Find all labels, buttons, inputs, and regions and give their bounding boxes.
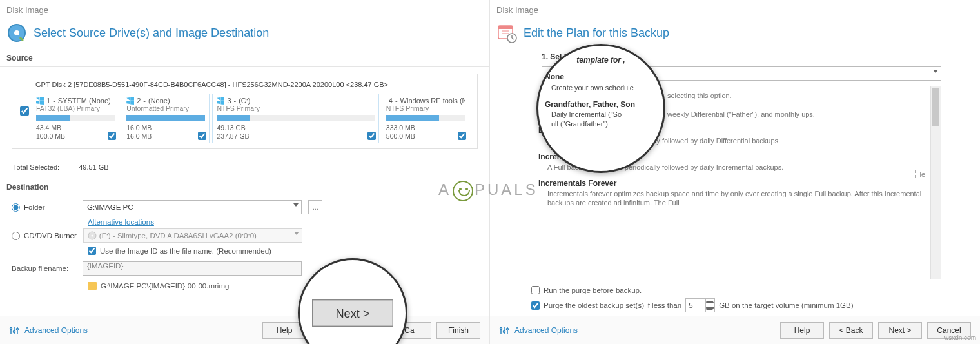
run-purge-checkbox[interactable]	[531, 286, 540, 294]
magnifier-template-dropdown: template for , None Create your own sche…	[536, 44, 665, 173]
partition-2[interactable]: 2 - (None) Unformatted Primary 16.0 MB16…	[122, 94, 210, 143]
total-selected-value: 49.51 GB	[79, 163, 108, 171]
advanced-options-link[interactable]: Advanced Options	[514, 326, 578, 335]
partition-3[interactable]: 3 - (C:) NTFS Primary 49.13 GB237.87 GB	[212, 94, 378, 143]
run-purge-label: Run the purge before backup.	[544, 287, 642, 294]
folder-path-combo[interactable]: G:\IMAGE PC	[83, 200, 302, 214]
spin-up[interactable]	[705, 299, 714, 305]
total-selected-label: Total Selected:	[13, 163, 59, 171]
partition-checkbox[interactable]	[368, 132, 376, 140]
burner-radio-label[interactable]: CD/DVD Burner	[12, 232, 77, 240]
svg-point-1	[14, 30, 19, 35]
svg-point-4	[91, 235, 93, 237]
sliders-icon	[9, 325, 19, 336]
plan-desc: weekly Differential ("Father"), and mont…	[667, 110, 932, 119]
mag-item-none: None	[545, 72, 657, 82]
svg-point-23	[507, 328, 509, 330]
partition-checkbox[interactable]	[108, 132, 116, 140]
scrollbar-thumb[interactable]	[932, 88, 939, 126]
folder-radio[interactable]	[12, 203, 20, 212]
svg-point-21	[500, 327, 502, 329]
disk-label: GPT Disk 2 [57DE08B5-D551-490F-84CD-B4B0…	[35, 81, 469, 88]
disc-icon	[88, 231, 97, 240]
browse-button[interactable]: ...	[308, 200, 322, 214]
spin-down[interactable]	[705, 305, 714, 312]
advanced-options-link[interactable]: Advanced Options	[24, 326, 88, 335]
scrollbar[interactable]	[930, 86, 941, 279]
page-title: Select Source Drive(s) and Image Destina…	[34, 26, 269, 40]
dotted-hint: le	[915, 170, 925, 178]
purge-oldest-label-b: GB on the target volume (minimum 1GB)	[719, 301, 853, 309]
purge-oldest-label-a: Purge the oldest backup set(s) if less t…	[544, 301, 681, 309]
help-button[interactable]: Help	[780, 322, 824, 339]
partition-checkbox[interactable]	[458, 132, 466, 140]
backup-filename-label: Backup filename:	[12, 265, 76, 272]
source-section-label: Source	[0, 50, 489, 67]
use-image-id-checkbox[interactable]	[88, 247, 96, 255]
window-title: Disk Image	[0, 0, 489, 20]
purge-oldest-checkbox[interactable]	[531, 301, 540, 310]
backup-filename-input: {IMAGEID}	[83, 261, 302, 276]
partition-4[interactable]: 4 - Windows RE tools (None) NTFS Primary…	[382, 94, 469, 143]
result-path: G:\IMAGE PC\{IMAGEID}-00-00.mrimg	[101, 282, 229, 290]
sliders-icon	[499, 325, 509, 336]
windows-icon	[126, 97, 134, 105]
page-title: Edit the Plan for this Backup	[524, 26, 669, 40]
purge-gb-spinner[interactable]: 5	[685, 298, 715, 312]
chevron-down-icon	[293, 203, 299, 207]
disk-checkbox[interactable]	[20, 106, 29, 116]
folder-radio-label[interactable]: Folder	[12, 203, 76, 212]
svg-rect-12	[498, 26, 513, 29]
mag-item-gfs-sub: Daily Incremental ("So	[551, 110, 657, 119]
svg-point-9	[14, 330, 15, 332]
mag-item-none-sub: Create your own schedule	[551, 83, 657, 93]
plan-title[interactable]: Incrementals Forever	[538, 179, 932, 188]
partition-fs: FAT32 (LBA) Primary	[36, 105, 115, 112]
next-button[interactable]: Next >	[878, 322, 922, 339]
folder-icon	[88, 282, 97, 290]
partition-1[interactable]: 1 - SYSTEM (None) FAT32 (LBA) Primary 43…	[32, 94, 119, 143]
window-title: Disk Image	[490, 0, 980, 20]
svg-point-10	[17, 328, 19, 330]
chevron-down-icon	[933, 70, 938, 73]
mag-item-gfs: Grandfather, Father, Son	[545, 99, 657, 110]
back-button[interactable]: < Back	[829, 322, 873, 339]
svg-point-22	[504, 330, 505, 332]
credit: wsxdn.com	[944, 334, 976, 341]
next-button-zoom: Next >	[312, 299, 393, 327]
partition-name: SYSTEM (None)	[58, 97, 111, 105]
calendar-clock-icon	[496, 23, 517, 43]
svg-point-8	[10, 327, 12, 329]
burner-radio[interactable]	[12, 232, 20, 240]
windows-icon	[36, 97, 44, 105]
burner-combo: (F:) - Slimtype, DVD A DA8A6SH vGAA2 (0:…	[83, 228, 302, 243]
alternative-locations-link[interactable]: Alternative locations	[88, 218, 154, 226]
finish-button[interactable]: Finish	[436, 322, 480, 339]
plan-desc: Incrementals forever optimizes backup sp…	[547, 189, 932, 208]
disk-image-icon	[6, 23, 27, 43]
destination-section-label: Destination	[0, 179, 489, 196]
source-disk-box: GPT Disk 2 [57DE08B5-D551-490F-84CD-B4B0…	[12, 74, 478, 149]
mag-item-gfs-sub2: ull ("Grandfather")	[551, 119, 657, 129]
use-image-id-label: Use the Image ID as the file name. (Reco…	[100, 247, 271, 255]
chevron-down-icon	[294, 232, 299, 235]
partition-number: 1	[46, 97, 50, 105]
windows-icon	[217, 97, 224, 105]
plan-hint: selecting this option.	[667, 92, 932, 99]
partition-checkbox[interactable]	[198, 132, 206, 140]
